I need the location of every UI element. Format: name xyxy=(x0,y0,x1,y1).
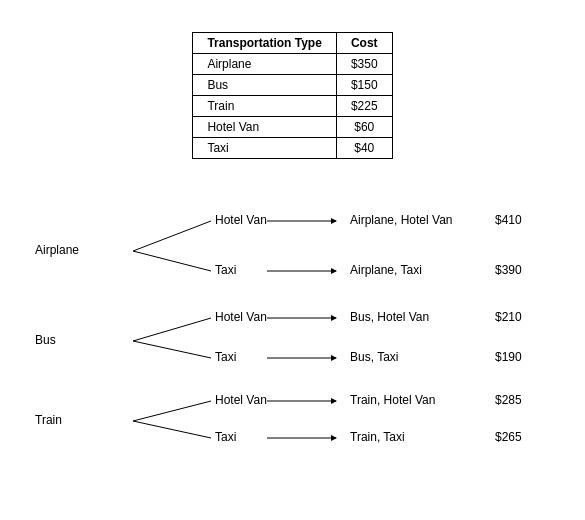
tree-node-label: Hotel Van xyxy=(215,310,267,324)
svg-line-2 xyxy=(133,251,211,271)
tree-node-label: Train, Hotel Van xyxy=(350,393,435,407)
svg-line-8 xyxy=(133,401,211,421)
table-wrapper: Transportation Type Cost Airplane$350Bus… xyxy=(30,32,555,159)
tree-node-label: Airplane, Taxi xyxy=(350,263,422,277)
table-row: Taxi$40 xyxy=(193,138,392,159)
table-row: Bus$150 xyxy=(193,75,392,96)
outcome-cost: $190 xyxy=(495,350,522,364)
cost-cell: $40 xyxy=(336,138,392,159)
tree-node-label: Taxi xyxy=(215,350,236,364)
tree-node-label: Airplane, Hotel Van xyxy=(350,213,453,227)
transportation-table: Transportation Type Cost Airplane$350Bus… xyxy=(192,32,392,159)
cost-cell: $60 xyxy=(336,117,392,138)
svg-line-10 xyxy=(133,421,211,438)
tree-svg xyxy=(30,173,555,453)
transport-type-cell: Taxi xyxy=(193,138,336,159)
cost-cell: $350 xyxy=(336,54,392,75)
cost-cell: $225 xyxy=(336,96,392,117)
outcome-cost: $265 xyxy=(495,430,522,444)
col-header-cost: Cost xyxy=(336,33,392,54)
transport-type-cell: Airplane xyxy=(193,54,336,75)
tree-node-label: Hotel Van xyxy=(215,393,267,407)
tree-node-label: Bus, Taxi xyxy=(350,350,398,364)
tree-node-label: Taxi xyxy=(215,430,236,444)
outcome-cost: $390 xyxy=(495,263,522,277)
outcome-cost: $210 xyxy=(495,310,522,324)
tree-diagram: AirplaneBusTrainHotel VanAirplane, Hotel… xyxy=(30,173,555,453)
svg-line-6 xyxy=(133,341,211,358)
outcome-cost: $285 xyxy=(495,393,522,407)
transport-type-cell: Hotel Van xyxy=(193,117,336,138)
tree-node-label: Train xyxy=(35,413,62,427)
tree-node-label: Taxi xyxy=(215,263,236,277)
tree-node-label: Bus xyxy=(35,333,56,347)
svg-line-4 xyxy=(133,318,211,341)
svg-line-0 xyxy=(133,221,211,251)
col-header-type: Transportation Type xyxy=(193,33,336,54)
transport-type-cell: Bus xyxy=(193,75,336,96)
tree-node-label: Hotel Van xyxy=(215,213,267,227)
table-row: Hotel Van$60 xyxy=(193,117,392,138)
outcome-cost: $410 xyxy=(495,213,522,227)
tree-node-label: Train, Taxi xyxy=(350,430,405,444)
table-row: Train$225 xyxy=(193,96,392,117)
table-row: Airplane$350 xyxy=(193,54,392,75)
transport-type-cell: Train xyxy=(193,96,336,117)
tree-node-label: Bus, Hotel Van xyxy=(350,310,429,324)
tree-node-label: Airplane xyxy=(35,243,79,257)
cost-cell: $150 xyxy=(336,75,392,96)
